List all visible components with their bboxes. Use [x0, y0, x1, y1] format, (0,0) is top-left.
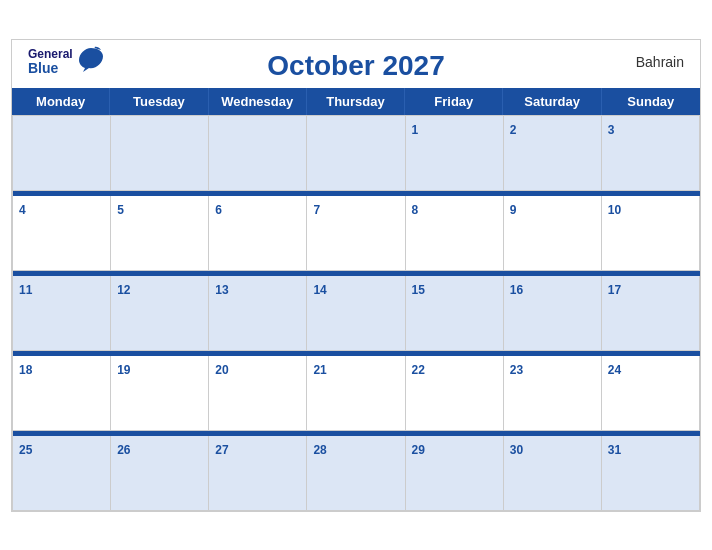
- day-header-monday: Monday: [12, 88, 110, 115]
- day-cell: 22: [406, 356, 504, 431]
- day-number: 21: [313, 363, 326, 377]
- day-cell: 3: [602, 116, 700, 191]
- day-number: 15: [412, 283, 425, 297]
- day-number: 28: [313, 443, 326, 457]
- logo: General Blue: [28, 48, 107, 77]
- day-number: 11: [19, 283, 32, 297]
- day-headers: Monday Tuesday Wednesday Thursday Friday…: [12, 88, 700, 115]
- day-number: 12: [117, 283, 130, 297]
- day-number: 9: [510, 203, 517, 217]
- day-number: 31: [608, 443, 621, 457]
- day-number: 27: [215, 443, 228, 457]
- day-number: 5: [117, 203, 124, 217]
- day-number: 6: [215, 203, 222, 217]
- day-number: 17: [608, 283, 621, 297]
- day-cell: 30: [504, 436, 602, 511]
- day-header-thursday: Thursday: [307, 88, 405, 115]
- day-number: 7: [313, 203, 320, 217]
- day-header-wednesday: Wednesday: [209, 88, 307, 115]
- day-cell: [13, 116, 111, 191]
- calendar-week-row: 18192021222324: [13, 356, 700, 431]
- calendar-week-row: 123: [13, 116, 700, 191]
- day-cell: 6: [209, 196, 307, 271]
- day-cell: 23: [504, 356, 602, 431]
- calendar-title: October 2027: [267, 50, 444, 82]
- day-cell: 7: [307, 196, 405, 271]
- day-number: 22: [412, 363, 425, 377]
- day-cell: 27: [209, 436, 307, 511]
- day-cell: 5: [111, 196, 209, 271]
- day-number: 1: [412, 123, 419, 137]
- day-number: 30: [510, 443, 523, 457]
- day-number: 16: [510, 283, 523, 297]
- day-cell: [307, 116, 405, 191]
- day-cell: [111, 116, 209, 191]
- logo-general-text: General: [28, 48, 73, 61]
- day-cell: 8: [406, 196, 504, 271]
- day-number: 4: [19, 203, 26, 217]
- day-cell: 10: [602, 196, 700, 271]
- day-number: 25: [19, 443, 32, 457]
- day-cell: 20: [209, 356, 307, 431]
- day-cell: 16: [504, 276, 602, 351]
- day-cell: 4: [13, 196, 111, 271]
- calendar-week-row: 11121314151617: [13, 276, 700, 351]
- country-label: Bahrain: [636, 54, 684, 70]
- day-cell: 21: [307, 356, 405, 431]
- calendar-week-row: 45678910: [13, 196, 700, 271]
- calendar-grid: 1234567891011121314151617181920212223242…: [12, 115, 700, 511]
- logo-blue-text: Blue: [28, 61, 73, 76]
- day-number: 29: [412, 443, 425, 457]
- day-number: 3: [608, 123, 615, 137]
- logo-text: General Blue: [28, 48, 73, 77]
- day-cell: 17: [602, 276, 700, 351]
- day-header-sunday: Sunday: [602, 88, 700, 115]
- logo-bird-icon: [75, 46, 107, 74]
- day-cell: 19: [111, 356, 209, 431]
- day-number: 8: [412, 203, 419, 217]
- day-cell: 26: [111, 436, 209, 511]
- day-cell: 9: [504, 196, 602, 271]
- day-cell: 24: [602, 356, 700, 431]
- day-number: 10: [608, 203, 621, 217]
- day-header-tuesday: Tuesday: [110, 88, 208, 115]
- day-cell: [209, 116, 307, 191]
- day-cell: 11: [13, 276, 111, 351]
- day-number: 26: [117, 443, 130, 457]
- day-cell: 2: [504, 116, 602, 191]
- day-number: 20: [215, 363, 228, 377]
- day-cell: 28: [307, 436, 405, 511]
- day-number: 13: [215, 283, 228, 297]
- day-cell: 14: [307, 276, 405, 351]
- day-cell: 12: [111, 276, 209, 351]
- day-number: 23: [510, 363, 523, 377]
- day-cell: 18: [13, 356, 111, 431]
- day-cell: 13: [209, 276, 307, 351]
- day-cell: 15: [406, 276, 504, 351]
- day-header-saturday: Saturday: [503, 88, 601, 115]
- day-header-friday: Friday: [405, 88, 503, 115]
- calendar-header: General Blue October 2027 Bahrain: [12, 40, 700, 88]
- day-cell: 25: [13, 436, 111, 511]
- day-number: 18: [19, 363, 32, 377]
- calendar-week-row: 25262728293031: [13, 436, 700, 511]
- day-cell: 29: [406, 436, 504, 511]
- day-cell: 1: [406, 116, 504, 191]
- day-number: 24: [608, 363, 621, 377]
- calendar: General Blue October 2027 Bahrain Monday…: [11, 39, 701, 512]
- day-number: 14: [313, 283, 326, 297]
- day-cell: 31: [602, 436, 700, 511]
- day-number: 2: [510, 123, 517, 137]
- day-number: 19: [117, 363, 130, 377]
